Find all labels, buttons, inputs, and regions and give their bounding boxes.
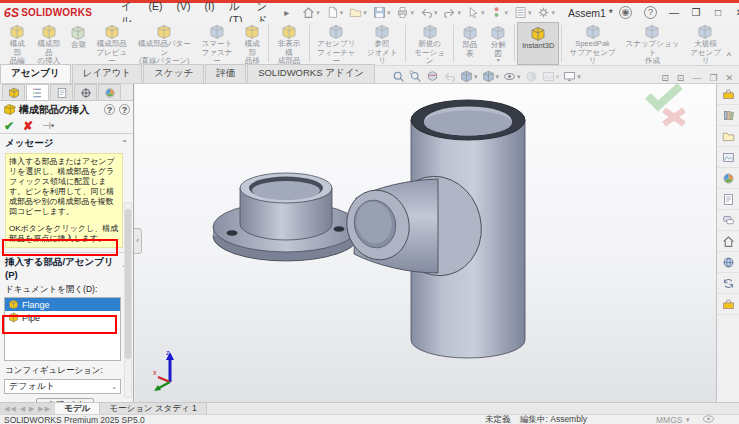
taskpane-home-icon[interactable]	[717, 231, 739, 252]
edit-appearance-icon[interactable]	[525, 70, 538, 83]
large-assembly-settings-icon	[697, 24, 713, 40]
confirmation-corner[interactable]	[640, 80, 692, 130]
tab-2[interactable]: スケッチ	[143, 64, 204, 83]
redo-icon[interactable]: ▾	[441, 5, 463, 20]
svg-text:x: x	[153, 369, 157, 376]
view-settings-icon[interactable]: ▾	[563, 70, 581, 83]
manager-tabs	[0, 84, 133, 101]
taskpane-custom-properties-icon[interactable]	[717, 189, 739, 210]
command-edit-component[interactable]: 構成部 品編集	[3, 22, 31, 65]
print-icon[interactable]: ▾	[394, 5, 416, 20]
units-chevron-icon[interactable]: ▾	[686, 416, 690, 424]
login-icon[interactable]: ◉	[619, 6, 632, 19]
cancel-button[interactable]: ✘	[23, 119, 33, 133]
help-circle-icon[interactable]: ?	[119, 104, 130, 115]
scrollbar-thumb[interactable]	[125, 209, 131, 359]
save-icon[interactable]: ▾	[371, 5, 393, 20]
taskpane-toolbox-icon[interactable]	[717, 294, 739, 315]
insert-section-header[interactable]: 挿入する部品/アセンブリ(P)⌃	[0, 252, 133, 282]
panel-splitter-handle[interactable]: ‹	[134, 228, 142, 254]
doc-close-icon[interactable]: ✕	[725, 73, 733, 83]
taskpane-sync-icon[interactable]	[717, 273, 739, 294]
taskpane-appearances-icon[interactable]	[717, 168, 739, 189]
command-large-assembly-settings[interactable]: 大規模 アセンブリ 設定	[684, 22, 727, 65]
panel-scrollbar[interactable]	[124, 202, 132, 398]
home-icon[interactable]: ▾	[300, 5, 322, 20]
command-assembly-features[interactable]: アセンブリ フィーチャー▾	[312, 22, 361, 65]
apply-scene-icon[interactable]: ▾	[542, 70, 560, 83]
section-view-icon[interactable]	[426, 70, 439, 83]
dimxpert-manager-tab[interactable]	[74, 84, 97, 100]
taskpane-file-explorer-icon[interactable]	[717, 126, 739, 147]
tab-4[interactable]: SOLIDWORKS アドイン	[247, 64, 375, 83]
taskpane-sw-resources-icon[interactable]	[717, 84, 739, 105]
display-manager-tab[interactable]	[98, 84, 121, 100]
tab-scroll-arrows[interactable]: ◀◀ ◀ ▶ ▶▶	[0, 403, 55, 414]
message-section-header[interactable]: メッセージ⌃	[0, 134, 133, 152]
command-component-preview-window[interactable]: 構成部品 プレビュー ウィンドウ	[90, 22, 133, 65]
confirm-cancel-icon	[664, 110, 684, 124]
command-insert-components[interactable]: 構成部品 の挿入▾	[31, 22, 66, 65]
chevron-down-icon: ⌄	[111, 383, 120, 391]
solidworks-logo: ϐS SOLIDWORKS	[4, 6, 92, 20]
graphics-area[interactable]: x z	[135, 84, 716, 402]
select-icon[interactable]: ▾	[465, 5, 487, 20]
zoom-to-area-icon[interactable]	[409, 70, 422, 83]
tab-3[interactable]: 評価	[205, 64, 246, 83]
tab-1[interactable]: レイアウト	[72, 64, 143, 83]
bottom-tab-1[interactable]: モーション スタディ 1	[100, 403, 207, 414]
command-mate[interactable]: 合致	[66, 22, 90, 65]
maximize-button[interactable]: □	[707, 7, 729, 18]
command-new-motion-study[interactable]: 新規の モーション スタディ	[408, 22, 450, 65]
open-icon[interactable]: ▾	[347, 5, 369, 20]
rebuild-icon[interactable]: ▾	[488, 5, 510, 20]
command-show-hidden-components[interactable]: 非表示構 成部品の 表示	[271, 22, 306, 65]
assembly-features-icon	[328, 24, 344, 40]
undo-icon[interactable]: ▾	[418, 5, 440, 20]
pin-help-icon[interactable]: ?	[104, 104, 115, 115]
zoom-to-fit-icon[interactable]	[392, 70, 405, 83]
command-move-component[interactable]: 構成部 品移動▾	[238, 22, 266, 65]
command-smart-fasteners[interactable]: スマート ファスナー	[196, 22, 238, 65]
display-style-icon[interactable]: ▾	[482, 70, 500, 83]
configuration-manager-tab[interactable]	[50, 84, 73, 100]
document-item-pipe[interactable]: Pipe	[5, 311, 120, 324]
close-button[interactable]: ✕	[729, 7, 739, 18]
command-speedpak[interactable]: SpeedPak サブアセンブリ を更新	[564, 22, 621, 65]
command-exploded-view[interactable]: 分解図▾	[484, 22, 512, 65]
property-manager-tab[interactable]	[26, 84, 49, 100]
configuration-dropdown[interactable]: デフォルト ⌄	[4, 379, 121, 394]
units-label[interactable]: MMGS	[656, 415, 682, 424]
tab-0[interactable]: アセンブリ	[0, 64, 71, 83]
command-bill-of-materials[interactable]: 部品表	[456, 22, 484, 65]
doc-restore-icon[interactable]: ❐	[709, 73, 717, 83]
taskpane-design-library-icon[interactable]	[717, 105, 739, 126]
open-documents-list[interactable]: FlangePipe	[4, 297, 121, 361]
taskpane-forum-icon[interactable]	[717, 210, 739, 231]
pin-menu-icon[interactable]: ▸	[284, 7, 289, 18]
options-gear-icon[interactable]: ▾	[535, 5, 557, 20]
doc-minimize-icon[interactable]: —	[692, 73, 701, 83]
previous-view-icon[interactable]	[443, 70, 456, 83]
taskpane-view-palette-icon[interactable]	[717, 147, 739, 168]
bottom-tab-0[interactable]: モデル	[55, 403, 100, 414]
statusbar-eye-icon	[703, 415, 714, 424]
new-document-icon[interactable]: ▾	[324, 5, 346, 20]
command-instant3d[interactable]: Instant3D	[517, 22, 559, 65]
command-reference-geometry[interactable]: 参照 ジオメトリ▾	[361, 22, 404, 65]
collapse-toolbar-icon[interactable]: ^	[727, 51, 739, 65]
document-item-flange[interactable]: Flange	[5, 298, 120, 311]
restore-button[interactable]: ❐	[685, 7, 707, 18]
command-linear-component-pattern[interactable]: 構成部品パターン (直線パターン)▾	[133, 22, 196, 65]
feature-manager-tab[interactable]	[2, 84, 25, 100]
command-take-snapshot[interactable]: スナップショット 作成	[621, 22, 684, 65]
taskpane-content-central-icon[interactable]	[717, 252, 739, 273]
hide-show-items-icon[interactable]: ▾	[503, 70, 521, 83]
help-icon[interactable]: ?	[644, 6, 657, 19]
view-orientation-icon[interactable]: ▾	[460, 70, 478, 83]
command-manager-toolbar: 構成部 品編集構成部品 の挿入▾合致構成部品 プレビュー ウィンドウ構成部品パタ…	[0, 22, 739, 66]
keep-visible-pin-icon[interactable]: ⊣•	[42, 120, 54, 131]
ok-button[interactable]: ✔	[4, 119, 14, 133]
minimize-button[interactable]: —	[663, 7, 685, 18]
file-properties-icon[interactable]: ▾	[512, 5, 534, 20]
